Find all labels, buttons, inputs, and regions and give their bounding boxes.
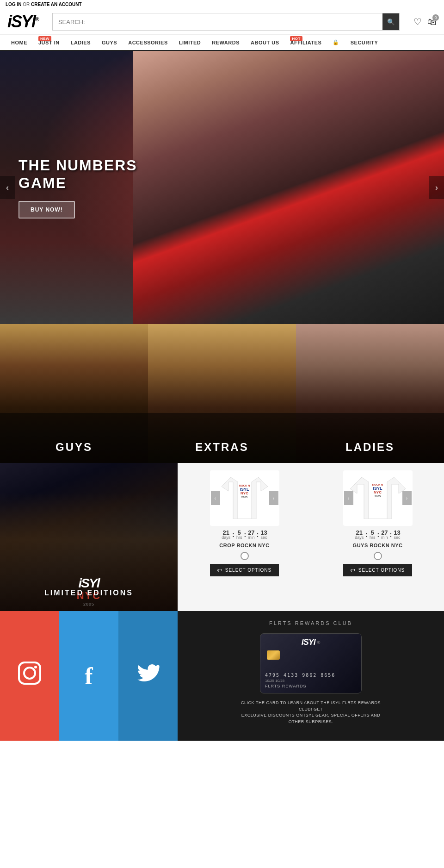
tag-icon-2: 🏷 <box>351 568 356 573</box>
nav-security[interactable]: SECURITY <box>345 35 384 50</box>
countdown-hrs-1: 5 hrs <box>236 530 242 540</box>
category-extras-label: EXTRAS <box>148 413 296 463</box>
nav-new-badge: NEW <box>38 36 51 41</box>
header-icons: ♡ 🛍 0 <box>413 16 437 27</box>
logo-reg: ® <box>35 16 38 23</box>
product-next-button-1[interactable]: › <box>269 491 278 505</box>
product-next-button-2[interactable]: › <box>402 491 412 505</box>
footer-section: f FLRTS REWARDS CLUB iSYl ® 4795 4133 98… <box>0 611 444 741</box>
tshirt-text-1: ROCK N ISYL NYC 2005 <box>239 484 250 499</box>
hero-model-visual <box>133 51 444 324</box>
logo[interactable]: iSYl® <box>7 13 38 30</box>
countdown-min-label-1: min <box>248 536 255 540</box>
svg-point-4 <box>34 666 37 668</box>
countdown-sec-label-1: sec <box>261 536 267 540</box>
top-bar-or: OR <box>23 2 31 7</box>
hero-next-button[interactable]: › <box>429 176 444 199</box>
rewards-card-number: 4795 4133 9862 8656 <box>265 673 357 678</box>
product-card-guys-rockn: ‹ ROCK N ISYL NYC 2005 › <box>311 463 444 611</box>
product-prev-button-1[interactable]: ‹ <box>211 491 220 505</box>
nav-limited[interactable]: LIMITED <box>173 35 207 50</box>
search-input[interactable] <box>53 15 382 29</box>
product-crop-image-area: ‹ ROCK N ISYL NYC 2005 › <box>210 470 279 526</box>
countdown-min-2: 27 min <box>381 530 388 540</box>
countdown-sec-label-2: sec <box>394 536 401 540</box>
limited-section: iSYl NYC 2005 LIMITED EDITIONS ‹ ROCK N … <box>0 463 444 611</box>
svg-rect-2 <box>19 662 40 684</box>
nav-home[interactable]: HOME <box>6 35 33 50</box>
rewards-card-dates: 10/25 10/25 <box>265 679 357 683</box>
main-nav: HOME NEW JUST IN LADIES GUYS ACCESSORIES… <box>0 35 444 51</box>
rewards-title: FLRTS REWARDS CLUB <box>269 620 352 626</box>
header: iSYl® 🔍 ♡ 🛍 0 <box>0 9 444 35</box>
limited-logo: iSYl <box>79 577 99 590</box>
tag-icon-1: 🏷 <box>217 568 222 573</box>
countdown-sec-1: 13 sec <box>260 530 267 540</box>
nav-ladies[interactable]: LADIES <box>65 35 96 50</box>
search-icon: 🔍 <box>387 19 395 25</box>
product-guys-image-area: ‹ ROCK N ISYL NYC 2005 › <box>343 470 413 526</box>
nav-lock[interactable]: 🔒 <box>327 35 345 50</box>
hero-title-line2: GAME <box>18 174 137 192</box>
category-guys[interactable]: GUYS <box>0 324 148 463</box>
countdown-2: 21 days : 5 hrs : 27 min : 13 sec <box>355 530 401 540</box>
login-link[interactable]: LOG IN <box>6 2 21 7</box>
select-options-label-2: SELECT OPTIONS <box>358 568 405 573</box>
limited-products: ‹ ROCK N ISYL NYC 2005 › 21 <box>178 463 444 611</box>
nav-rewards[interactable]: REWARDS <box>206 35 245 50</box>
hero-banner: ‹ THE NUMBERS GAME BUY NOW! › <box>0 51 444 324</box>
search-button[interactable]: 🔍 <box>382 13 399 30</box>
product-color-swatch-1[interactable] <box>240 552 249 560</box>
facebook-link[interactable]: f <box>59 611 118 741</box>
rewards-card-chip <box>267 650 280 660</box>
rewards-description: CLICK THE CARD TO LEARN ABOUT THE ISYL F… <box>237 700 385 725</box>
limited-year: 2005 <box>83 602 94 606</box>
nav-affiliates[interactable]: HOT AFFILIATES <box>284 35 327 50</box>
select-options-button-2[interactable]: 🏷 SELECT OPTIONS <box>343 564 413 576</box>
countdown-days-2: 21 days <box>355 530 364 540</box>
nav-hot-badge: HOT <box>290 36 302 41</box>
hero-content: THE NUMBERS GAME BUY NOW! <box>0 156 137 219</box>
create-account-link[interactable]: CREATE AN ACCOUNT <box>31 2 82 7</box>
countdown-hrs-label-1: hrs <box>236 536 242 540</box>
hero-title-line1: THE NUMBERS <box>18 156 137 174</box>
nav-just-in[interactable]: NEW JUST IN <box>33 35 65 50</box>
product-card-crop-rockn: ‹ ROCK N ISYL NYC 2005 › 21 <box>178 463 311 611</box>
limited-left-panel: iSYl NYC 2005 LIMITED EDITIONS <box>0 463 178 611</box>
nav-about-us[interactable]: ABOUT US <box>245 35 284 50</box>
nav-guys[interactable]: GUYS <box>96 35 123 50</box>
countdown-hrs-label-2: hrs <box>370 536 376 540</box>
category-guys-label: GUYS <box>0 413 148 463</box>
rewards-card[interactable]: iSYl ® 4795 4133 9862 8656 10/25 10/25 F… <box>260 633 362 693</box>
select-options-button-1[interactable]: 🏷 SELECT OPTIONS <box>210 564 279 576</box>
countdown-min-label-2: min <box>381 536 388 540</box>
product-color-swatch-2[interactable] <box>374 552 382 560</box>
rewards-card-header: iSYl ® <box>302 637 321 647</box>
countdown-sec-2: 13 sec <box>394 530 400 540</box>
tshirt-text-2: ROCK N ISYL NYC 2005 <box>372 483 383 498</box>
countdown-1: 21 days : 5 hrs : 27 min : 13 sec <box>222 530 267 540</box>
social-media-panel: f <box>0 611 178 741</box>
twitter-svg <box>136 661 160 685</box>
wishlist-icon[interactable]: ♡ <box>413 16 422 27</box>
countdown-hrs-2: 5 hrs <box>370 530 376 540</box>
countdown-days-1: 21 days <box>222 530 230 540</box>
instagram-link[interactable] <box>0 611 59 741</box>
instagram-svg <box>17 661 42 686</box>
rewards-panel: FLRTS REWARDS CLUB iSYl ® 4795 4133 9862… <box>178 611 444 741</box>
rewards-desc-line1: CLICK THE CARD TO LEARN ABOUT THE ISYL F… <box>241 700 381 712</box>
category-extras[interactable]: EXTRAS <box>148 324 296 463</box>
category-grid: GUYS EXTRAS LADIES <box>0 324 444 463</box>
nav-accessories[interactable]: ACCESSORIES <box>123 35 173 50</box>
category-ladies[interactable]: LADIES <box>296 324 444 463</box>
twitter-link[interactable] <box>118 611 178 741</box>
hero-model-area <box>133 51 444 324</box>
top-bar: LOG IN OR CREATE AN ACCOUNT <box>0 0 444 9</box>
cart-count: 0 <box>432 14 439 21</box>
cart-icon[interactable]: 🛍 0 <box>427 17 437 27</box>
category-ladies-label: LADIES <box>296 413 444 463</box>
product-tshirt-1: ROCK N ISYL NYC 2005 <box>219 475 270 521</box>
countdown-days-label-1: days <box>222 536 230 540</box>
logo-text: iSYl <box>7 12 35 31</box>
hero-buy-button[interactable]: BUY NOW! <box>18 201 75 219</box>
